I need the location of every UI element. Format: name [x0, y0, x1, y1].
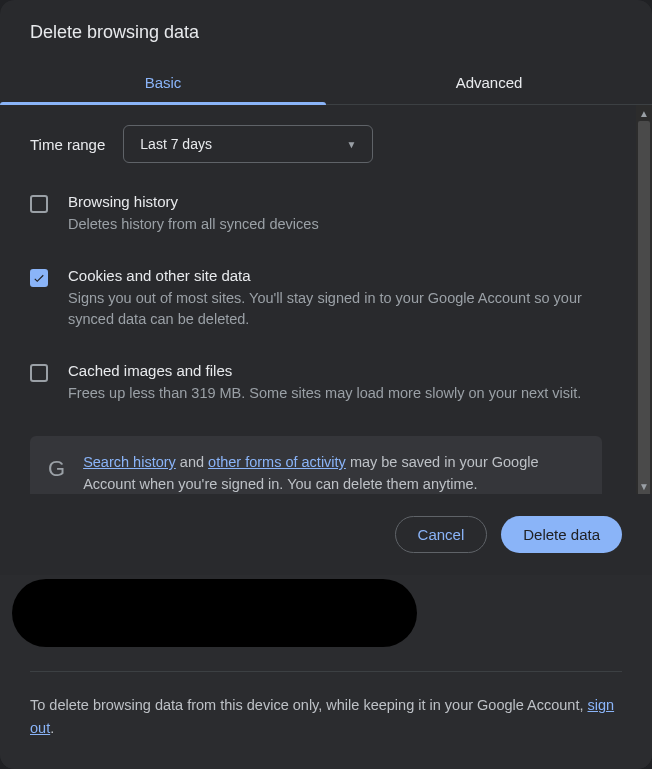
- dialog-body: Time range Last 7 days ▼ Browsing histor…: [0, 105, 652, 494]
- scroll-down-icon[interactable]: ▼: [636, 478, 652, 494]
- option-desc: Signs you out of most sites. You'll stay…: [68, 288, 602, 330]
- time-range-select[interactable]: Last 7 days ▼: [123, 125, 373, 163]
- option-title: Cookies and other site data: [68, 267, 602, 284]
- tab-advanced[interactable]: Advanced: [326, 62, 652, 104]
- dialog-footer: Cancel Delete data: [0, 494, 652, 575]
- dialog-title: Delete browsing data: [30, 22, 622, 43]
- option-text: Cached images and files Frees up less th…: [68, 362, 602, 404]
- time-range-value: Last 7 days: [140, 136, 212, 152]
- other-activity-link[interactable]: other forms of activity: [208, 454, 346, 470]
- option-text: Browsing history Deletes history from al…: [68, 193, 602, 235]
- option-browsing-history: Browsing history Deletes history from al…: [30, 193, 622, 235]
- google-info-card: G Search history and other forms of acti…: [30, 436, 602, 494]
- option-title: Cached images and files: [68, 362, 602, 379]
- time-range-row: Time range Last 7 days ▼: [30, 125, 622, 163]
- time-range-label: Time range: [30, 136, 105, 153]
- chevron-down-icon: ▼: [346, 139, 356, 150]
- delete-browsing-data-dialog: Delete browsing data Basic Advanced Time…: [0, 0, 652, 769]
- scroll-up-icon[interactable]: ▲: [636, 105, 652, 121]
- scrollbar-thumb[interactable]: [638, 121, 650, 494]
- option-cookies: Cookies and other site data Signs you ou…: [30, 267, 622, 330]
- delete-data-button[interactable]: Delete data: [501, 516, 622, 553]
- dialog-header: Delete browsing data Basic Advanced: [0, 0, 652, 105]
- tab-basic[interactable]: Basic: [0, 62, 326, 104]
- lower-panel: To delete browsing data from this device…: [0, 575, 652, 769]
- option-cache: Cached images and files Frees up less th…: [30, 362, 622, 404]
- option-desc: Deletes history from all synced devices: [68, 214, 602, 235]
- divider: [30, 671, 622, 672]
- scrollbar[interactable]: ▲ ▼: [636, 105, 652, 494]
- checkbox-browsing-history[interactable]: [30, 195, 48, 213]
- option-desc: Frees up less than 319 MB. Some sites ma…: [68, 383, 602, 404]
- option-title: Browsing history: [68, 193, 602, 210]
- sign-out-hint: To delete browsing data from this device…: [30, 694, 622, 739]
- cancel-button[interactable]: Cancel: [395, 516, 488, 553]
- tabs: Basic Advanced: [0, 62, 652, 105]
- redacted-block: [12, 579, 417, 647]
- option-text: Cookies and other site data Signs you ou…: [68, 267, 602, 330]
- checkbox-cache[interactable]: [30, 364, 48, 382]
- info-text: Search history and other forms of activi…: [83, 452, 584, 494]
- search-history-link[interactable]: Search history: [83, 454, 176, 470]
- checkbox-cookies[interactable]: [30, 269, 48, 287]
- google-icon: G: [48, 456, 65, 482]
